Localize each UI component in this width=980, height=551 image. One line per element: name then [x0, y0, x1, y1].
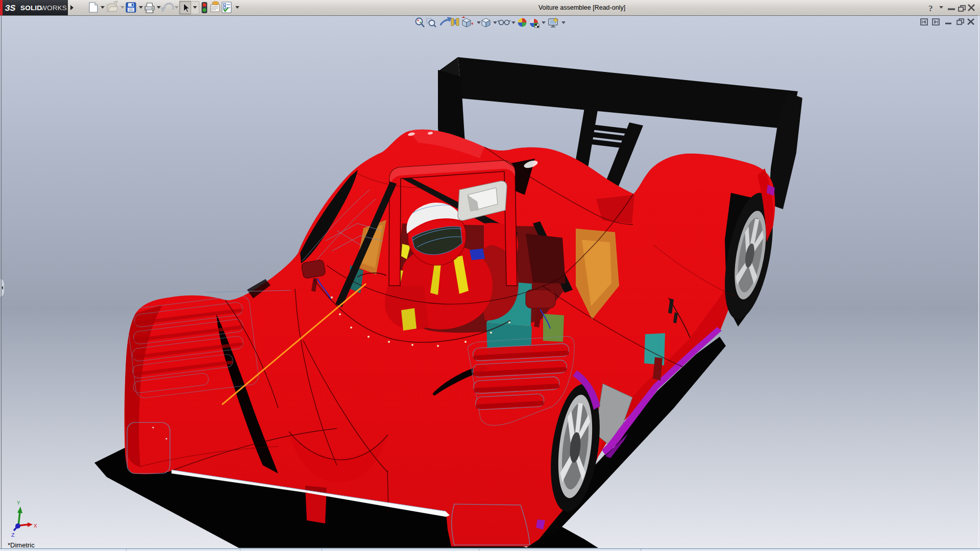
svg-text:*Dimetric: *Dimetric [8, 541, 35, 549]
svg-text:Y: Y [17, 500, 20, 506]
svg-text:X: X [34, 523, 37, 529]
svg-text:Z: Z [11, 532, 15, 538]
